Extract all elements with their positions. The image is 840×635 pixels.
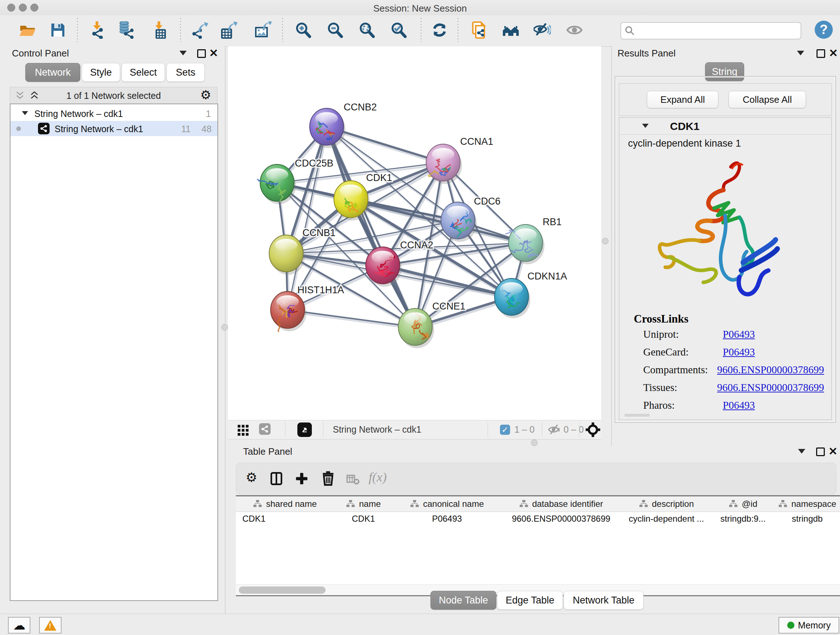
control-panel-collapse-icon[interactable] (180, 51, 187, 55)
collapse-all-button[interactable]: Collapse All (729, 91, 806, 108)
crosslink-link[interactable]: 9606.ENSP00000378699 (717, 382, 824, 394)
control-panel-float-icon[interactable] (197, 49, 206, 58)
crosslink-link[interactable]: 9606.ENSP00000378699 (717, 364, 824, 376)
home-icon[interactable] (502, 21, 519, 39)
crosslink-row: Compartments:9606.ENSP00000378699 (643, 364, 824, 376)
table-panel-collapse-icon[interactable] (798, 449, 805, 454)
import-table-icon[interactable] (150, 21, 168, 39)
show-eye-icon[interactable] (566, 21, 583, 39)
tab-network[interactable]: Network (25, 63, 80, 82)
memory-button[interactable]: Memory (778, 617, 839, 633)
export-image-icon[interactable] (254, 21, 272, 39)
open-session-icon[interactable] (19, 21, 36, 39)
results-panel-collapse-icon[interactable] (797, 51, 804, 55)
table-cell[interactable]: P06493 (393, 511, 501, 526)
network-row-selected[interactable]: String Network – cdk1 11 48 (11, 121, 218, 136)
column-header--id[interactable]: @id (712, 496, 775, 512)
tab-edge-table[interactable]: Edge Table (497, 591, 563, 610)
zoom-out-icon[interactable] (326, 21, 344, 39)
network-graph[interactable]: CCNB2CCNA1CDC25BCDK1CDC6RB1CCNB1CCNA2CDK… (228, 46, 601, 420)
view-toolbar-separator (542, 422, 542, 438)
column-header-namespace[interactable]: namespace (775, 496, 840, 512)
import-network-icon[interactable] (88, 21, 106, 39)
table-cell[interactable]: CDK1 (334, 511, 393, 526)
node-table[interactable]: shared nameCDK1nameCDK1canonical nameP06… (236, 495, 840, 585)
function-builder-icon[interactable]: f(x) (369, 470, 387, 485)
zoom-selected-icon[interactable] (390, 21, 407, 39)
export-network-icon[interactable] (191, 21, 209, 39)
results-panel-float-icon[interactable] (816, 49, 825, 58)
table-cell[interactable]: stringdb:9... (712, 511, 775, 526)
refresh-icon[interactable] (431, 21, 448, 39)
edge-shadow (289, 312, 416, 329)
crosslink-link[interactable]: P06493 (723, 328, 755, 340)
cloud-button[interactable]: ☁ (8, 617, 30, 633)
column-header-canonical-name[interactable]: canonical name (393, 496, 501, 512)
node-gloss (515, 228, 537, 241)
network-options-gear-icon[interactable]: ⚙ (201, 88, 211, 101)
column-type-icon (410, 500, 419, 508)
crosslink-link[interactable]: P06493 (723, 399, 755, 411)
crosslink-link[interactable]: P06493 (723, 346, 755, 358)
table-cell[interactable]: stringdb (775, 511, 840, 526)
tab-node-table[interactable]: Node Table (431, 591, 496, 610)
column-type-icon (253, 500, 262, 508)
copy-network-icon[interactable] (471, 21, 488, 39)
zoom-fit-icon[interactable] (358, 21, 376, 39)
edge-CCNB2-CCNE1[interactable] (327, 127, 415, 327)
cdk1-entry-header[interactable]: CDK1 (619, 118, 831, 135)
right-splitter-handle[interactable] (602, 238, 608, 244)
left-splitter-handle[interactable] (221, 324, 228, 331)
toolbar-separator (282, 18, 283, 42)
tab-style[interactable]: Style (82, 63, 120, 82)
import-database-icon[interactable] (117, 21, 134, 39)
column-header-database-identifier[interactable]: database identifier (501, 496, 622, 512)
tab-sets[interactable]: Sets (166, 63, 205, 82)
cdk1-expander-icon[interactable] (642, 124, 649, 128)
search-input[interactable] (621, 22, 801, 40)
node-label-HIST1H1A: HIST1H1A (297, 285, 344, 295)
table-delete-icon[interactable] (320, 470, 336, 488)
network-collection-row[interactable]: String Network – cdk1 1 (11, 106, 218, 121)
open-in-window-icon[interactable] (297, 423, 312, 437)
collection-expander-icon[interactable] (22, 111, 28, 115)
results-panel-close-icon[interactable]: ✕ (829, 48, 838, 58)
column-header-shared-name[interactable]: shared name (236, 496, 334, 512)
table-columns-icon[interactable] (269, 471, 284, 488)
column-type-icon (519, 500, 529, 508)
column-header-name[interactable]: name (334, 496, 393, 512)
warnings-button[interactable] (39, 617, 62, 633)
table-settings-gear-icon[interactable]: ⚙ (246, 471, 257, 484)
table-add-icon[interactable] (294, 471, 309, 488)
network-canvas[interactable]: CCNB2CCNA1CDC25BCDK1CDC6RB1CCNB1CCNA2CDK… (228, 46, 601, 420)
save-session-icon[interactable] (49, 21, 66, 39)
export-table-icon[interactable] (220, 21, 238, 39)
cdk1-description: cyclin-dependent kinase 1 (628, 138, 741, 149)
zoom-in-icon[interactable] (294, 21, 312, 39)
network-view-type-icon[interactable] (259, 423, 271, 435)
memory-label: Memory (798, 620, 831, 631)
bottom-splitter-handle[interactable] (531, 440, 538, 446)
network-current-dot (16, 126, 21, 131)
table-cell[interactable]: CDK1 (242, 511, 340, 526)
entry-scrollbar[interactable] (624, 414, 650, 417)
help-icon[interactable]: ? (815, 21, 833, 39)
expand-all-button[interactable]: Expand All (647, 91, 718, 108)
grid-view-icon[interactable] (237, 423, 249, 438)
selected-checkbox-icon[interactable]: ✓ (500, 424, 510, 435)
collection-label: String Network – cdk1 (34, 109, 123, 119)
table-delete-table-icon[interactable] (346, 472, 360, 488)
hidden-eye-icon (548, 423, 561, 438)
table-panel-float-icon[interactable] (816, 448, 825, 456)
tab-network-table[interactable]: Network Table (564, 591, 644, 610)
control-panel: Control Panel ✕ NetworkStyleSelectSets 1… (0, 46, 225, 614)
table-cell[interactable]: 9606.ENSP00000378699 (501, 511, 621, 526)
table-panel-close-icon[interactable]: ✕ (829, 447, 837, 456)
tab-select[interactable]: Select (122, 63, 165, 82)
hide-eye-icon[interactable] (534, 21, 551, 39)
column-header-description[interactable]: description (621, 496, 712, 512)
control-panel-close-icon[interactable]: ✕ (209, 48, 218, 58)
table-cell[interactable]: cyclin-dependent ... (621, 511, 712, 526)
column-header-label: namespace (791, 499, 836, 509)
birds-eye-view-icon[interactable] (585, 422, 600, 439)
